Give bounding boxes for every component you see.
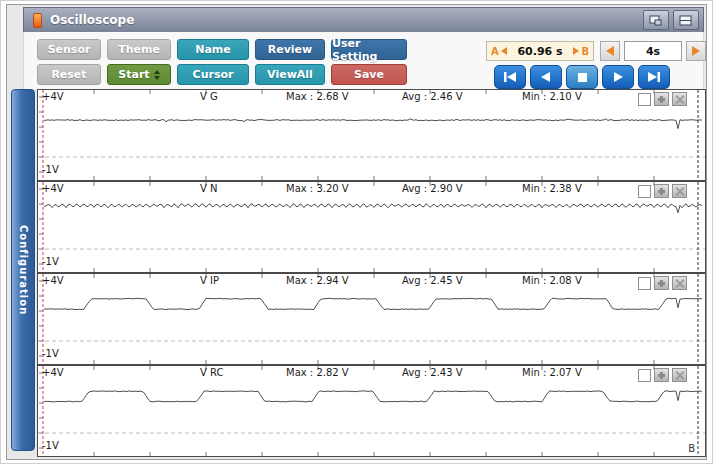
playback-controls <box>494 65 670 89</box>
channel-name-label: V RC <box>200 367 223 378</box>
save-button[interactable]: Save <box>331 64 407 85</box>
start-button-label: Start <box>118 68 149 81</box>
window-title: Oscilloscope <box>50 13 134 27</box>
sensor-button[interactable]: Sensor <box>37 39 101 60</box>
channel-max-label: Max : 2.82 V <box>286 367 349 378</box>
channel-waveform <box>38 366 705 456</box>
oscilloscope-window: Oscilloscope Sensor Theme Name Review <box>6 4 707 460</box>
channel-select-checkbox[interactable] <box>638 93 651 106</box>
reset-button[interactable]: Reset <box>37 64 101 85</box>
ab-interval-value: 60.96 s <box>509 45 572 58</box>
stop-icon <box>578 73 587 82</box>
channel-close-button[interactable] <box>672 368 687 382</box>
channel-add-button[interactable] <box>654 276 669 290</box>
name-button[interactable]: Name <box>177 39 249 60</box>
channel-avg-label: Avg : 2.90 V <box>402 183 463 194</box>
start-button[interactable]: Start <box>107 64 171 85</box>
channel-waveform <box>38 274 705 364</box>
theme-button[interactable]: Theme <box>107 39 171 60</box>
channel-min-label: Min : 2.08 V <box>522 275 582 286</box>
restore-window-button[interactable] <box>643 10 669 30</box>
channel-top-voltage-label: +4V <box>42 275 64 286</box>
stop-button[interactable] <box>566 65 598 89</box>
configuration-tab[interactable]: Configuration <box>11 89 35 451</box>
channel-min-label: Min : 2.38 V <box>522 183 582 194</box>
span-increase-button[interactable] <box>686 41 706 61</box>
channel-top-voltage-label: +4V <box>42 91 64 102</box>
configuration-tab-label: Configuration <box>18 225 29 315</box>
app-icon <box>33 13 42 28</box>
step-back-button[interactable] <box>530 65 562 89</box>
channel-avg-label: Avg : 2.45 V <box>402 275 463 286</box>
skip-to-start-icon <box>503 72 517 82</box>
channel-select-checkbox[interactable] <box>638 277 651 290</box>
play-forward-button[interactable] <box>602 65 634 89</box>
channel-bottom-voltage-label: -1V <box>42 440 59 451</box>
left-arrow-icon <box>606 46 614 56</box>
channel-top-voltage-label: +4V <box>42 367 64 378</box>
channel-waveform <box>38 90 705 180</box>
channel-bottom-voltage-label: -1V <box>42 256 59 267</box>
skip-to-end-icon <box>647 72 661 82</box>
right-arrow-icon <box>692 46 700 56</box>
plot-area: +4V V G Max : 2.68 V Avg : 2.46 V Min : … <box>37 89 706 457</box>
title-bar: Oscilloscope <box>23 7 704 33</box>
channel-name-label: V IP <box>200 275 219 286</box>
channel-add-button[interactable] <box>654 368 669 382</box>
channel-min-label: Min : 2.10 V <box>522 91 582 102</box>
cursor-a-arrow-icon <box>501 47 507 55</box>
channel-top-voltage-label: +4V <box>42 183 64 194</box>
cursor-a-label: A <box>491 46 499 57</box>
toolbar: Sensor Theme Name Review User Setting Re… <box>23 32 704 89</box>
channel-select-checkbox[interactable] <box>638 369 651 382</box>
cursor-b-arrow-icon <box>573 47 579 55</box>
channel-close-button[interactable] <box>672 184 687 198</box>
cursor-b-label: B <box>581 46 589 57</box>
channel-avg-label: Avg : 2.46 V <box>402 91 463 102</box>
cursor-b-bottom-label: B <box>688 443 695 454</box>
channel-waveform <box>38 182 705 272</box>
channel-max-label: Max : 3.20 V <box>286 183 349 194</box>
channel-bottom-voltage-label: -1V <box>42 348 59 359</box>
channel-avg-label: Avg : 2.43 V <box>402 367 463 378</box>
user-setting-button[interactable]: User Setting <box>331 39 407 60</box>
review-button[interactable]: Review <box>255 39 325 60</box>
channel-max-label: Max : 2.94 V <box>286 275 349 286</box>
ab-interval-display: A 60.96 s B <box>486 41 594 61</box>
channel-name-label: V N <box>200 183 218 194</box>
channel-bottom-voltage-label: -1V <box>42 164 59 175</box>
window-span-display: 4s <box>624 41 682 61</box>
play-forward-icon <box>613 72 623 82</box>
app-screen: Oscilloscope Sensor Theme Name Review <box>0 0 713 464</box>
channel-max-label: Max : 2.68 V <box>286 91 349 102</box>
channel-close-button[interactable] <box>672 92 687 106</box>
step-back-icon <box>541 72 551 82</box>
channel-add-button[interactable] <box>654 184 669 198</box>
channel-min-label: Min : 2.07 V <box>522 367 582 378</box>
channel-panel: +4V V RC Max : 2.82 V Avg : 2.43 V Min :… <box>37 365 706 457</box>
channel-add-button[interactable] <box>654 92 669 106</box>
channel-select-checkbox[interactable] <box>638 185 651 198</box>
restore-window-icon <box>649 15 663 26</box>
skip-to-end-button[interactable] <box>638 65 670 89</box>
channel-close-button[interactable] <box>672 276 687 290</box>
cursor-button[interactable]: Cursor <box>177 64 249 85</box>
channel-name-label: V G <box>200 91 218 102</box>
skip-to-start-button[interactable] <box>494 65 526 89</box>
viewall-button[interactable]: ViewAll <box>255 64 325 85</box>
start-spinner-icon[interactable] <box>154 70 160 80</box>
channel-panel: +4V V G Max : 2.68 V Avg : 2.46 V Min : … <box>37 89 706 181</box>
maximize-window-icon <box>679 15 693 26</box>
span-decrease-button[interactable] <box>600 41 620 61</box>
maximize-window-button[interactable] <box>673 10 699 30</box>
channel-panel: +4V V N Max : 3.20 V Avg : 2.90 V Min : … <box>37 181 706 273</box>
channel-panel: +4V V IP Max : 2.94 V Avg : 2.45 V Min :… <box>37 273 706 365</box>
